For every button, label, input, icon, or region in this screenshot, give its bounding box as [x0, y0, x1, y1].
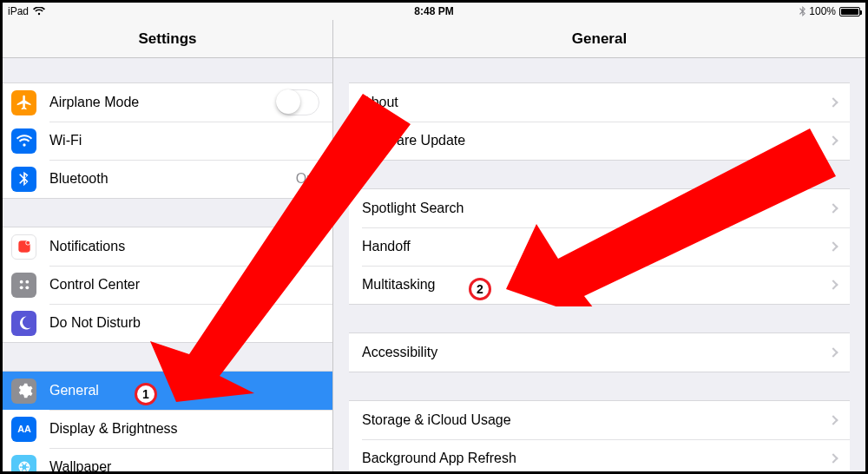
detail-item-label: Multitasking [362, 277, 830, 293]
chevron-right-icon [828, 97, 838, 107]
detail-item-software-update[interactable]: Software Update [349, 122, 850, 160]
wallpaper-icon [11, 455, 36, 472]
chevron-right-icon [828, 241, 838, 251]
status-time: 8:48 PM [414, 5, 453, 17]
status-right: 100% [799, 5, 860, 17]
detail-pane: About Software Update Spotlight Search H… [333, 58, 865, 471]
detail-group-accessibility: Accessibility [349, 332, 850, 372]
notifications-icon [11, 234, 36, 260]
control-center-icon [11, 273, 36, 298]
sidebar-item-bluetooth[interactable]: Bluetooth On [3, 160, 332, 198]
svg-point-12 [23, 470, 25, 472]
detail-item-label: About [362, 95, 830, 110]
svg-point-13 [19, 467, 22, 470]
detail-item-spotlight[interactable]: Spotlight Search [349, 189, 850, 227]
svg-text:AA: AA [17, 424, 31, 434]
detail-item-label: Spotlight Search [362, 201, 830, 216]
detail-item-label: Background App Refresh [362, 451, 830, 466]
sidebar-item-label: Control Center [49, 277, 319, 293]
header-right: General [333, 20, 865, 57]
detail-item-label: Software Update [362, 133, 830, 148]
settings-title: Settings [138, 30, 196, 48]
display-icon: AA [11, 417, 36, 442]
chevron-right-icon [828, 415, 838, 425]
detail-item-label: Accessibility [362, 345, 830, 360]
sidebar-item-wifi[interactable]: Wi-Fi [3, 122, 332, 160]
sidebar-item-label: Display & Brightness [49, 421, 319, 437]
detail-item-background-refresh[interactable]: Background App Refresh [349, 439, 850, 471]
sidebar-item-label: Wi-Fi [49, 133, 314, 148]
bluetooth-icon [799, 6, 806, 16]
detail-item-label: Storage & iCloud Usage [362, 412, 830, 428]
bluetooth-icon [11, 167, 36, 192]
sidebar-group-general: General AA Display & Brightness Wallpape… [3, 371, 332, 471]
sidebar-item-label: Airplane Mode [49, 95, 276, 110]
chevron-right-icon [828, 347, 838, 357]
airplane-icon [11, 90, 36, 115]
sidebar-item-label: Wallpaper [49, 459, 319, 471]
svg-point-4 [25, 280, 29, 284]
svg-point-3 [19, 280, 23, 284]
sidebar: Airplane Mode Wi-Fi Bluetooth On [3, 58, 333, 471]
status-left: iPad [8, 5, 45, 17]
detail-item-multitasking[interactable]: Multitasking [349, 266, 850, 304]
sidebar-item-airplane[interactable]: Airplane Mode [3, 83, 332, 122]
detail-item-about[interactable]: About [349, 83, 850, 122]
wifi-icon [33, 7, 45, 16]
main: Airplane Mode Wi-Fi Bluetooth On [3, 58, 865, 471]
battery-icon [839, 7, 860, 16]
detail-title: General [572, 30, 627, 48]
sidebar-group-notifications: Notifications Control Center Do Not Dist… [3, 227, 332, 343]
svg-point-2 [26, 241, 30, 245]
detail-group-about: About Software Update [349, 82, 850, 161]
chevron-right-icon [828, 203, 838, 213]
sidebar-item-label: Do Not Disturb [49, 315, 319, 331]
chevron-right-icon [828, 453, 838, 463]
sidebar-item-label: Notifications [49, 239, 319, 254]
detail-group-search: Spotlight Search Handoff Multitasking [349, 188, 850, 305]
device-label: iPad [8, 5, 29, 17]
svg-point-6 [25, 286, 29, 289]
sidebar-group-connectivity: Airplane Mode Wi-Fi Bluetooth On [3, 82, 332, 199]
battery-pct: 100% [809, 5, 836, 17]
detail-item-handoff[interactable]: Handoff [349, 227, 850, 266]
sidebar-item-general[interactable]: General [3, 372, 332, 410]
detail-item-label: Handoff [362, 239, 830, 254]
sidebar-item-dnd[interactable]: Do Not Disturb [3, 304, 332, 342]
bluetooth-value: On [296, 171, 314, 187]
svg-point-11 [25, 467, 28, 470]
svg-point-5 [19, 286, 23, 289]
sidebar-item-label: Bluetooth [49, 171, 296, 187]
svg-point-10 [25, 464, 28, 466]
status-bar: iPad 8:48 PM 100% [3, 3, 865, 20]
detail-item-accessibility[interactable]: Accessibility [349, 333, 850, 372]
sidebar-item-display[interactable]: AA Display & Brightness [3, 410, 332, 448]
svg-point-14 [19, 464, 22, 466]
svg-point-9 [23, 462, 25, 464]
detail-group-storage: Storage & iCloud Usage Background App Re… [349, 400, 850, 471]
header: Settings General [3, 20, 865, 58]
airplane-switch[interactable] [276, 89, 319, 115]
sidebar-item-notifications[interactable]: Notifications [3, 227, 332, 266]
gear-icon [11, 379, 36, 404]
sidebar-item-wallpaper[interactable]: Wallpaper [3, 448, 332, 471]
detail-item-storage[interactable]: Storage & iCloud Usage [349, 401, 850, 439]
dnd-icon [11, 311, 36, 336]
sidebar-item-control-center[interactable]: Control Center [3, 266, 332, 304]
wifi-icon [11, 128, 36, 154]
chevron-right-icon [828, 280, 838, 289]
chevron-right-icon [828, 135, 838, 145]
sidebar-item-label: General [49, 383, 319, 398]
header-left: Settings [3, 20, 333, 57]
